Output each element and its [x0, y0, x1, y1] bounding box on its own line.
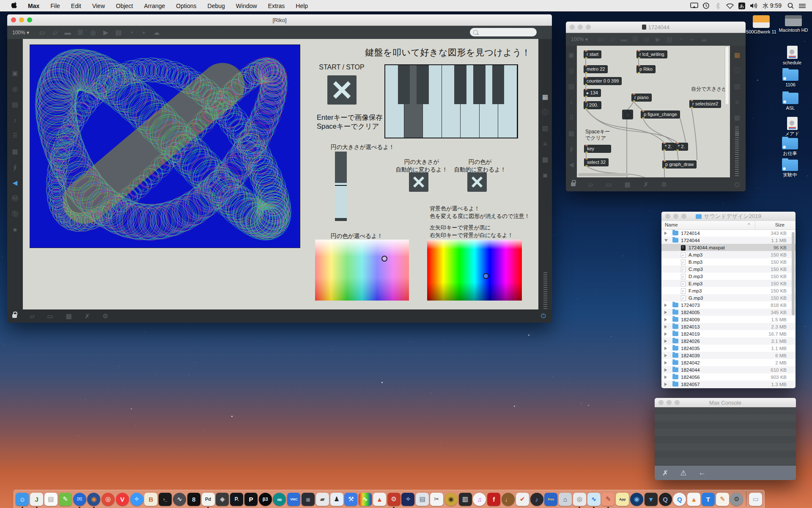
- dock-icon-image-capture[interactable]: ▤: [416, 493, 429, 506]
- display-mirroring-icon[interactable]: [690, 2, 699, 10]
- dock-icon-processing-dots[interactable]: P.: [230, 493, 243, 506]
- patchcord-icon[interactable]: ✗: [643, 181, 649, 188]
- menu-clock[interactable]: 水 9:59: [761, 2, 783, 10]
- object-box-icon[interactable]: ▭: [38, 29, 46, 36]
- zoom-button[interactable]: [586, 25, 591, 30]
- tools-wrench-icon[interactable]: ⚙: [661, 181, 667, 188]
- dock-icon-camera-lens-app[interactable]: ◉: [630, 493, 643, 506]
- menu-item-edit[interactable]: Edit: [66, 3, 87, 9]
- beap-b-icon[interactable]: ⓑ: [7, 206, 23, 222]
- dock-icon-pure-data[interactable]: Pd: [202, 493, 215, 506]
- menu-item-object[interactable]: Object: [110, 3, 138, 9]
- dock-icon-itunes[interactable]: ♫: [473, 493, 486, 506]
- black-key-g-sharp[interactable]: [473, 65, 486, 104]
- dial-icon[interactable]: ◔: [127, 29, 135, 36]
- finder-row-G.mp3[interactable]: G.mp3150 KB: [661, 294, 796, 301]
- minimize-button[interactable]: [667, 400, 672, 405]
- dock-icon-clipping-app[interactable]: ✂: [430, 493, 443, 506]
- audio-note-icon[interactable]: ♪: [7, 112, 23, 128]
- dock-icon-xcode[interactable]: ⚒: [344, 493, 357, 506]
- dock-icon-beta3-app[interactable]: β3: [259, 493, 272, 506]
- disclosure-triangle[interactable]: [664, 332, 667, 336]
- dock-icon-video-downloader[interactable]: ▼: [645, 493, 658, 506]
- search-field[interactable]: [470, 28, 537, 36]
- dock-icon-arduino[interactable]: ∞: [273, 493, 286, 506]
- menu-item-options[interactable]: Options: [170, 3, 202, 9]
- start-stop-toggle[interactable]: [327, 75, 357, 105]
- snapshot-camera-icon[interactable]: ◙: [538, 167, 552, 183]
- add-object-icon[interactable]: +: [140, 29, 148, 36]
- pw-grid-icon[interactable]: ▦: [730, 47, 744, 63]
- disclosure-triangle[interactable]: [664, 232, 667, 235]
- auto-size-toggle[interactable]: [409, 172, 428, 192]
- dock-icon-vivaldi[interactable]: V: [116, 493, 129, 506]
- bang-button[interactable]: [623, 110, 633, 119]
- minimize-button[interactable]: [578, 25, 583, 30]
- finder-row-A.mp3[interactable]: A.mp3150 KB: [661, 251, 796, 258]
- close-button[interactable]: [570, 25, 575, 30]
- max-m-icon[interactable]: Ⓜ: [7, 190, 23, 206]
- finder-row-B.mp3[interactable]: B.mp3150 KB: [661, 258, 796, 265]
- chat-icon[interactable]: ▭: [606, 181, 612, 188]
- desktop-icon-schedule[interactable]: schedule: [772, 46, 812, 66]
- pw-squares-icon[interactable]: ▩: [730, 110, 744, 125]
- pw-panels-icon[interactable]: ▥: [730, 78, 744, 94]
- auto-color-toggle[interactable]: [467, 172, 487, 192]
- disclosure-triangle[interactable]: [664, 311, 667, 314]
- column-header-name[interactable]: Name: [665, 222, 678, 227]
- dock-icon-cube-app[interactable]: ◆: [216, 493, 229, 506]
- message-box-icon[interactable]: ▱: [51, 29, 59, 36]
- list-icon[interactable]: ≡: [538, 136, 552, 152]
- finder-row-D.mp3[interactable]: D.mp3150 KB: [661, 273, 796, 280]
- background-color-swatch[interactable]: [427, 240, 522, 301]
- pw-toggle-icon[interactable]: ☒: [631, 36, 639, 43]
- finder-row-1724073[interactable]: 1724073818 KB: [661, 301, 796, 309]
- desktop-icon-ASL[interactable]: ASL: [770, 93, 811, 111]
- windows-icon[interactable]: ▱: [588, 181, 593, 188]
- pw-comment-icon[interactable]: ▬: [620, 36, 628, 43]
- circle-size-slider[interactable]: [335, 152, 347, 221]
- pw-attach-icon[interactable]: ∮: [566, 141, 577, 157]
- disclosure-triangle[interactable]: [664, 375, 667, 379]
- pw-share-cloud-icon[interactable]: ☁: [700, 36, 708, 43]
- dock-icon-penguin-app[interactable]: ♟: [330, 493, 343, 506]
- close-button[interactable]: [11, 17, 16, 22]
- max-object-box[interactable]: r lcd_writing: [637, 51, 667, 58]
- disclosure-triangle[interactable]: [664, 354, 667, 357]
- disclosure-triangle[interactable]: [664, 325, 667, 329]
- console-title-bar[interactable]: Max Console: [655, 398, 796, 408]
- grid-icon[interactable]: ▦: [538, 89, 552, 105]
- pw-dial-icon[interactable]: ◔: [677, 36, 685, 43]
- pw-number-box-icon[interactable]: ▤: [666, 36, 673, 43]
- tools-wrench-icon[interactable]: ⚙: [103, 312, 108, 320]
- dock-icon-power-gadget[interactable]: ∿: [587, 493, 601, 506]
- lock-patcher-icon[interactable]: [12, 314, 17, 318]
- disclosure-triangle[interactable]: [664, 318, 667, 321]
- notification-center-icon[interactable]: [798, 2, 807, 10]
- dock-icon-firefox[interactable]: ◉: [87, 493, 100, 506]
- main-title-bar[interactable]: [Riko]: [7, 14, 552, 26]
- dock-icon-garageband[interactable]: ♩: [502, 493, 515, 506]
- volume-icon[interactable]: [749, 2, 758, 10]
- lock-patcher-icon[interactable]: [571, 182, 576, 186]
- disclosure-triangle[interactable]: [664, 347, 667, 350]
- share-cloud-icon[interactable]: ☁: [153, 29, 160, 36]
- pw-inspector-info-icon[interactable]: ⓘ: [730, 63, 744, 78]
- audio-power-icon[interactable]: ⏻: [735, 181, 740, 188]
- dock-icon-rainbow-wave-app[interactable]: ∿: [359, 493, 372, 506]
- finder-title-bar[interactable]: サウンドデザイン2019: [661, 212, 796, 221]
- max-object-box[interactable]: r start: [584, 51, 601, 58]
- dock-icon-check-app[interactable]: ✔: [516, 493, 529, 506]
- desktop-icon-1106[interactable]: 1106: [770, 69, 811, 88]
- max-object-box[interactable]: * 2.: [662, 143, 675, 150]
- dock-icon-red-machine-app[interactable]: ⚙: [387, 493, 401, 506]
- swatch-cursor[interactable]: [483, 273, 489, 279]
- dock-icon-gauge-app[interactable]: ◉: [444, 493, 458, 506]
- finder-row-1824035[interactable]: 18240351.1 MB: [661, 345, 796, 352]
- pw-object-box-icon[interactable]: ▭: [597, 36, 605, 43]
- max-object-box[interactable]: metro 22: [584, 66, 607, 73]
- dock-icon-jedit[interactable]: J: [30, 493, 43, 506]
- finder-row-1824044[interactable]: 1824044610 KB: [661, 366, 796, 373]
- dock-icon-flash[interactable]: f: [487, 493, 500, 506]
- audio-power-icon[interactable]: ⏻: [541, 312, 546, 320]
